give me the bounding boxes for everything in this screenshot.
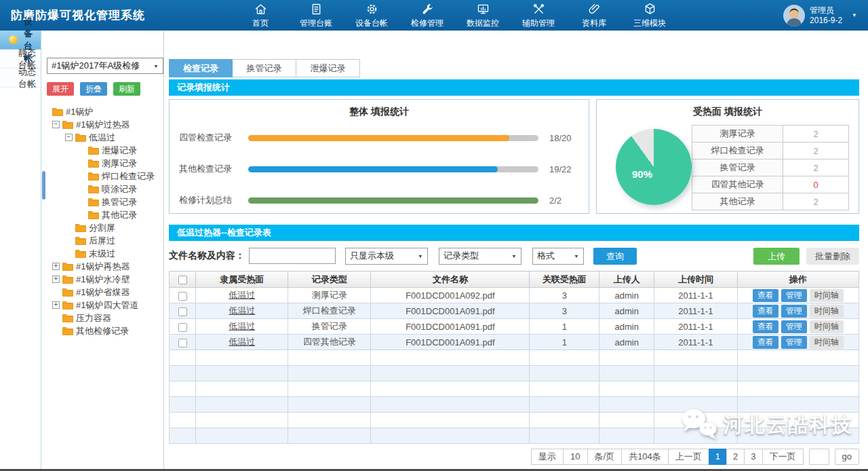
expander-plus-icon[interactable]: + xyxy=(52,263,60,270)
row-select-cell[interactable] xyxy=(170,319,196,335)
nav-item-0[interactable]: 首页 xyxy=(243,1,278,29)
tree-node[interactable]: +#1锅炉水冷壁 xyxy=(41,273,163,286)
tree-node[interactable]: 焊口检查记录 xyxy=(41,170,163,183)
tree-node[interactable]: +#1锅炉再热器 xyxy=(41,260,163,273)
action-timeline-button[interactable]: 时间轴 xyxy=(810,320,844,333)
row-select-cell[interactable] xyxy=(170,335,196,350)
tree-node[interactable]: 测厚记录 xyxy=(41,157,163,170)
expander-plus-icon[interactable]: + xyxy=(52,301,60,309)
overall-stats-title: 整体 填报统计 xyxy=(170,106,589,118)
file-search-input[interactable] xyxy=(249,248,336,264)
linked-surface-cell: 3 xyxy=(530,303,599,319)
search-button[interactable]: 查询 xyxy=(593,248,637,265)
action-timeline-button[interactable]: 时间轴 xyxy=(810,289,844,302)
inspection-select[interactable]: #1锅炉2017年A级检修 ▼ xyxy=(47,58,163,74)
surface-link[interactable]: 低温过 xyxy=(196,303,288,319)
tab-0[interactable]: 检查记录 xyxy=(169,59,233,77)
tree-node[interactable]: 压力容器 xyxy=(41,312,163,324)
action-timeline-button[interactable]: 时间轴 xyxy=(810,305,844,318)
tree-node[interactable]: −#1锅炉过热器 xyxy=(41,118,163,131)
tree-node[interactable]: 分割屏 xyxy=(41,221,163,234)
select-all-cell[interactable] xyxy=(170,271,196,288)
tree-node[interactable]: 换管记录 xyxy=(41,195,163,208)
user-menu[interactable]: 管理员 2016-9-2 ▼ xyxy=(783,5,868,26)
tree-expand-button[interactable]: 展开 xyxy=(47,82,74,96)
tab-1[interactable]: 换管记录 xyxy=(233,59,296,77)
surface-link[interactable]: 低温过 xyxy=(196,288,288,303)
tree-node[interactable]: 泄爆记录 xyxy=(41,144,163,157)
action-view-button[interactable]: 查看 xyxy=(753,289,778,302)
pager-go-button[interactable]: go xyxy=(835,449,859,465)
tree-node[interactable]: #1锅炉 xyxy=(41,105,163,118)
action-manage-button[interactable]: 管理 xyxy=(781,320,807,333)
action-view-button[interactable]: 查看 xyxy=(753,320,778,333)
tree-node[interactable]: +#1锅炉四大管道 xyxy=(41,299,163,312)
expander-minus-icon[interactable]: − xyxy=(52,121,60,128)
tree-node-label: 分割屏 xyxy=(89,222,115,234)
action-manage-button[interactable]: 管理 xyxy=(781,305,807,318)
pager-page-2[interactable]: 2 xyxy=(726,449,745,465)
nav-item-4[interactable]: 数据监控 xyxy=(465,1,500,29)
folder-icon xyxy=(52,107,63,116)
page-body: 设备台帐静态台帐动态台帐 #1锅炉2017年A级检修 ▼ 展开折叠刷新 #1锅炉… xyxy=(0,31,868,469)
empty-cell xyxy=(371,366,530,381)
row-select-cell[interactable] xyxy=(170,303,196,319)
tree-refresh-button[interactable]: 刷新 xyxy=(113,82,140,96)
nav-item-1[interactable]: 管理台账 xyxy=(298,1,334,29)
action-timeline-button[interactable]: 时间轴 xyxy=(810,336,844,349)
scope-select[interactable]: 只显示本级▼ xyxy=(345,248,428,265)
action-view-button[interactable]: 查看 xyxy=(753,336,778,349)
tree-node[interactable]: 末级过 xyxy=(41,247,163,260)
format-select[interactable]: 格式▼ xyxy=(532,248,584,265)
nav-item-5[interactable]: 辅助管理 xyxy=(521,1,556,29)
checkbox-icon[interactable] xyxy=(178,292,187,301)
pager-prev-button[interactable]: 上一页 xyxy=(668,449,709,465)
checkbox-icon[interactable] xyxy=(178,323,187,332)
nav-item-3[interactable]: 检修管理 xyxy=(410,1,445,29)
tree-node[interactable]: #1锅炉省煤器 xyxy=(41,286,163,299)
upload-button[interactable]: 上传 xyxy=(753,248,800,265)
surface-link[interactable]: 低温过 xyxy=(196,335,288,350)
nav-item-label: 资料库 xyxy=(582,18,606,29)
pager-page-size[interactable]: 10 xyxy=(563,449,587,465)
tab-2[interactable]: 泄爆记录 xyxy=(296,59,360,77)
checkbox-icon[interactable] xyxy=(178,307,187,316)
nav-item-label: 首页 xyxy=(252,18,269,29)
pager-page-3[interactable]: 3 xyxy=(744,449,762,465)
expander-plus-icon[interactable]: + xyxy=(52,276,60,283)
surface-link[interactable]: 低温过 xyxy=(196,319,288,335)
nav-item-7[interactable]: 三维模块 xyxy=(632,1,667,29)
sidebar-item-label: 动态台帐 xyxy=(18,66,41,90)
action-manage-button[interactable]: 管理 xyxy=(781,336,807,349)
tree-node[interactable]: 其他记录 xyxy=(41,208,163,221)
checkbox-icon[interactable] xyxy=(178,276,187,284)
empty-cell xyxy=(196,428,288,444)
home-icon xyxy=(254,1,268,16)
tree-collapse-button[interactable]: 折叠 xyxy=(80,82,107,96)
checkbox-icon[interactable] xyxy=(178,339,187,347)
pager-show-label: 显示 xyxy=(531,449,564,465)
nav-item-2[interactable]: 设备台帐 xyxy=(354,1,389,29)
pager-goto-input[interactable] xyxy=(809,449,829,465)
tree-node[interactable]: 其他检修记录 xyxy=(41,324,163,337)
pager-next-button[interactable]: 下一页 xyxy=(762,449,804,465)
row-select-cell[interactable] xyxy=(170,288,196,303)
expander-minus-icon[interactable]: − xyxy=(65,134,73,141)
pager-page-1[interactable]: 1 xyxy=(709,449,727,465)
user-info: 管理员 2016-9-2 xyxy=(810,5,842,26)
tree-node[interactable]: 后屏过 xyxy=(41,234,163,247)
select-value: 记录类型 xyxy=(443,250,479,262)
progress-bar-track xyxy=(248,166,538,172)
tree-scrollbar[interactable] xyxy=(42,171,45,200)
uploader-cell: admin xyxy=(599,303,654,319)
tree-node[interactable]: −低温过 xyxy=(41,131,163,144)
empty-cell xyxy=(530,397,599,413)
record-type-select[interactable]: 记录类型▼ xyxy=(439,248,521,265)
tree-node[interactable]: 喷涂记录 xyxy=(41,183,163,195)
action-manage-button[interactable]: 管理 xyxy=(781,289,807,302)
sidebar-item-2[interactable]: 动态台帐 xyxy=(0,69,41,88)
batch-delete-button[interactable]: 批量删除 xyxy=(806,248,859,265)
action-view-button[interactable]: 查看 xyxy=(753,305,778,318)
nav-item-6[interactable]: 资料库 xyxy=(576,1,612,29)
stats-row: 整体 填报统计 四管检查记录18/20其他检查记录19/22检修计划总结2/2 … xyxy=(169,99,859,214)
